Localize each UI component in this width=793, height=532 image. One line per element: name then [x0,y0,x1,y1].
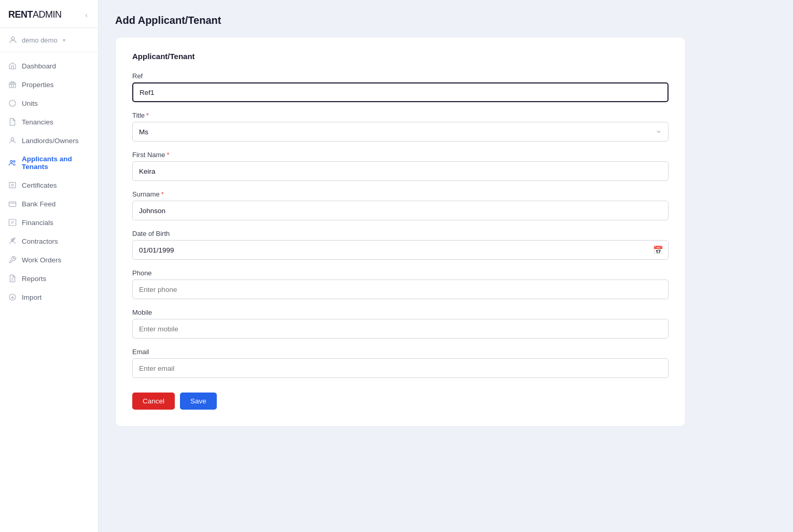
home-icon [8,62,17,70]
svg-point-6 [11,184,13,186]
user-dropdown-arrow: ▾ [63,37,65,43]
people-icon [8,159,17,167]
email-input[interactable] [132,358,669,378]
first-name-required-marker: * [167,151,170,159]
sidebar-item-import[interactable]: Import [0,288,98,306]
svg-rect-8 [9,219,16,226]
bank-icon [8,200,17,208]
first-name-input[interactable] [132,161,669,181]
svg-point-4 [10,160,12,162]
ref-label: Ref [132,72,669,80]
sidebar-user[interactable]: demo demo ▾ [0,28,98,52]
save-button[interactable]: Save [180,393,217,410]
title-required-marker: * [146,111,149,119]
form-actions: Cancel Save [132,393,669,410]
mobile-input[interactable] [132,319,669,339]
sidebar-item-workorders[interactable]: Work Orders [0,250,98,269]
sidebar-logo: RENTADMIN ‹ [0,0,98,28]
sidebar-item-bankfeed[interactable]: Bank Feed [0,194,98,213]
import-icon [8,293,17,301]
sidebar-item-tenancies[interactable]: Tenancies [0,113,98,131]
building-icon [8,80,17,89]
sidebar-item-contractors[interactable]: Contractors [0,232,98,250]
sidebar-nav: Dashboard Properties Units Tenancies Lan… [0,52,98,532]
surname-input[interactable] [132,201,669,220]
mobile-group: Mobile [132,309,669,339]
cancel-button[interactable]: Cancel [132,393,175,410]
svg-point-3 [11,138,13,141]
email-label: Email [132,348,669,356]
phone-label: Phone [132,269,669,277]
person-icon [8,136,17,145]
svg-rect-1 [9,83,16,88]
surname-group: Surname * [132,190,669,220]
sidebar-item-certificates[interactable]: Certificates [0,176,98,194]
page-title: Add Applicant/Tenant [115,15,776,26]
user-icon [8,35,18,45]
mobile-label: Mobile [132,309,669,316]
contractor-icon [8,237,17,245]
first-name-group: First Name * [132,151,669,181]
form-card: Applicant/Tenant Ref Title * Ms Mr Mrs M… [115,37,686,427]
dob-group: Date of Birth 📅 [132,230,669,260]
svg-point-5 [13,161,15,162]
svg-rect-7 [9,202,16,206]
dob-label: Date of Birth [132,230,669,237]
reports-icon [8,274,17,283]
dob-wrapper: 📅 [132,240,669,260]
ref-input[interactable] [132,82,669,102]
logo: RENTADMIN [8,9,62,20]
phone-input[interactable] [132,279,669,299]
title-select[interactable]: Ms Mr Mrs Miss Dr Prof [132,122,669,142]
sidebar-item-units[interactable]: Units [0,94,98,113]
sidebar-item-properties[interactable]: Properties [0,75,98,94]
sidebar: RENTADMIN ‹ demo demo ▾ Dashboard Proper… [0,0,99,532]
svg-point-2 [9,100,16,106]
file-icon [8,118,17,126]
email-group: Email [132,348,669,378]
sidebar-item-dashboard[interactable]: Dashboard [0,57,98,75]
dob-input[interactable] [132,240,669,260]
certificate-icon [8,181,17,189]
sidebar-item-financials[interactable]: Financials [0,213,98,232]
collapse-button[interactable]: ‹ [83,10,90,20]
ref-group: Ref [132,72,669,102]
card-title: Applicant/Tenant [132,52,669,61]
sidebar-item-applicants[interactable]: Applicants and Tenants [0,150,98,176]
title-label: Title * [132,111,669,119]
financials-icon [8,218,17,227]
units-icon [8,99,17,107]
title-group: Title * Ms Mr Mrs Miss Dr Prof [132,111,669,142]
sidebar-item-reports[interactable]: Reports [0,269,98,288]
surname-label: Surname * [132,190,669,198]
phone-group: Phone [132,269,669,299]
first-name-label: First Name * [132,151,669,159]
main-content: Add Applicant/Tenant Applicant/Tenant Re… [99,0,793,532]
sidebar-item-landlords[interactable]: Landlords/Owners [0,131,98,150]
surname-required-marker: * [161,190,164,198]
user-name: demo demo [22,36,58,44]
svg-point-0 [11,37,15,40]
workorders-icon [8,256,17,264]
